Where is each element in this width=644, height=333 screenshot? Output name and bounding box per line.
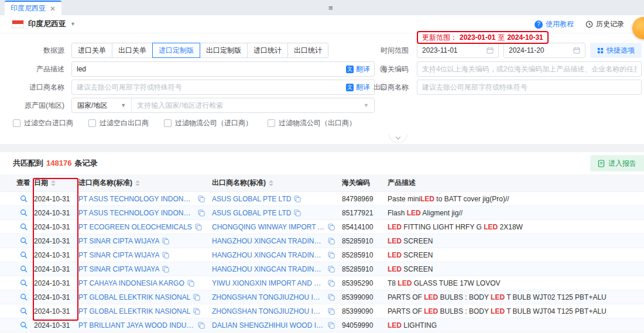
- copy-icon[interactable]: [193, 294, 200, 301]
- origin-combobox[interactable]: 国家/地区 ▼ 支持输入国家/地区进行检索 ▼: [71, 98, 375, 113]
- tutorial-link[interactable]: ? 使用教程: [535, 19, 574, 29]
- magnifier-icon[interactable]: [20, 195, 28, 202]
- importer-link[interactable]: PT CAHAYA INDONESIA KARGO: [78, 279, 184, 287]
- exporter-link[interactable]: HANGZHOU XINGCAN TRADING CO LTD: [212, 265, 325, 273]
- copy-icon[interactable]: [328, 252, 335, 259]
- filter-checkbox[interactable]: 过滤物流公司（进口商）: [164, 118, 252, 128]
- tab-list-icon[interactable]: ≡: [328, 4, 333, 12]
- exporter-link[interactable]: HANGZHOU XINGCAN TRADING CO LTD: [212, 237, 325, 245]
- exporter-input[interactable]: [417, 80, 642, 95]
- checkbox-icon[interactable]: [88, 119, 96, 127]
- importer-link[interactable]: PT SINAR CIPTA WIJAYA: [78, 251, 159, 259]
- copy-icon[interactable]: [198, 210, 205, 217]
- date-to-input[interactable]: 2024-11-20: [503, 43, 585, 58]
- tab-close-icon[interactable]: ✕: [50, 5, 56, 13]
- col-header-exporter[interactable]: 出口商名称(标准): [212, 178, 342, 188]
- exporter-link[interactable]: ASUS GLOBAL PTE LTD: [212, 195, 291, 203]
- copy-icon[interactable]: [162, 266, 169, 273]
- importer-link[interactable]: PT ASUS TECHNOLOGY INDONESIA BA...: [78, 209, 195, 217]
- collapse-panel-button[interactable]: [389, 134, 407, 143]
- date-from-input[interactable]: 2023-11-01: [417, 43, 499, 58]
- chevron-down-icon[interactable]: ▼: [70, 21, 76, 27]
- quick-options-button[interactable]: 快捷选项: [590, 43, 642, 58]
- source-tab[interactable]: 出口统计: [287, 43, 328, 58]
- history-label: 历史记录: [596, 19, 624, 29]
- exporter-link[interactable]: DALIAN SHENGZHIHUI WOOD INDUST...: [212, 321, 325, 329]
- importer-link[interactable]: PT SINAR CIPTA WIJAYA: [78, 237, 159, 245]
- copy-icon[interactable]: [328, 294, 335, 301]
- sort-icon[interactable]: [135, 180, 140, 186]
- sort-icon[interactable]: [51, 180, 56, 186]
- magnifier-icon[interactable]: [20, 223, 28, 231]
- filter-checkbox[interactable]: 过滤空白进口商: [13, 118, 73, 128]
- magnifier-icon[interactable]: [20, 307, 28, 315]
- checkbox-icon[interactable]: [268, 119, 275, 127]
- table-row: 2024-10-31PT CAHAYA INDONESIA KARGOYIWU …: [0, 276, 644, 290]
- source-tab[interactable]: 出口定制版: [200, 43, 248, 58]
- exporter-link[interactable]: YIWU XIONGXIN IMPORT AND EXPORT...: [212, 279, 325, 287]
- magnifier-icon[interactable]: [20, 251, 28, 259]
- magnifier-icon[interactable]: [20, 209, 28, 217]
- exporter-link[interactable]: ASUS GLOBAL PTE LTD: [212, 209, 291, 217]
- col-header-importer[interactable]: 进口商名称(标准): [78, 178, 212, 188]
- sort-icon[interactable]: [269, 180, 273, 186]
- data-source-tabs: 进口关单出口关单进口定制版出口定制版进口统计出口统计: [71, 43, 328, 58]
- copy-icon[interactable]: [195, 224, 202, 231]
- copy-icon[interactable]: [187, 280, 194, 287]
- source-tab[interactable]: 出口关单: [112, 43, 153, 58]
- source-tab[interactable]: 进口定制版: [152, 43, 200, 58]
- checkbox-icon[interactable]: [13, 119, 20, 127]
- magnifier-icon[interactable]: [20, 237, 28, 245]
- origin-type-select[interactable]: 国家/地区 ▼: [72, 98, 132, 112]
- filter-checkbox[interactable]: 过滤空白出口商: [88, 118, 149, 128]
- importer-link[interactable]: PT GLOBAL ELEKTRIK NASIONAL: [78, 307, 190, 315]
- importer-cell: PT ECOGREEN OLEOCHEMICALS: [78, 223, 212, 231]
- importer-link[interactable]: PT SINAR CIPTA WIJAYA: [78, 265, 159, 273]
- source-tab[interactable]: 进口统计: [247, 43, 288, 58]
- importer-link[interactable]: PT GLOBAL ELEKTRIK NASIONAL: [78, 293, 190, 301]
- exporter-link[interactable]: ZHONGSHAN TONGJIUZHOU INTERNA...: [212, 307, 325, 315]
- exporter-link[interactable]: CHONGQING WINWAY IMPORT AND E...: [212, 223, 325, 231]
- hs-code-cell: 85399090: [342, 293, 388, 301]
- copy-icon[interactable]: [162, 252, 169, 259]
- importer-link[interactable]: PT ECOGREEN OLEOCHEMICALS: [78, 223, 192, 231]
- enter-report-button[interactable]: 进入报告: [590, 155, 644, 171]
- importer-link[interactable]: PT BRILLIANT JAYA WOOD INDUSTRY: [78, 321, 195, 329]
- copy-icon[interactable]: [198, 195, 205, 202]
- exporter-cell: ZHONGSHAN TONGJIUZHOU INTERNA...: [212, 307, 342, 315]
- tab-indonesia[interactable]: 印度尼西亚 ✕: [5, 1, 61, 15]
- copy-icon[interactable]: [294, 195, 301, 202]
- exporter-link[interactable]: ZHONGSHAN TONGJIUZHOU INTERNA...: [212, 293, 325, 301]
- update-range-label: 更新范围：: [422, 33, 457, 43]
- exporter-link[interactable]: HANGZHOU XINGCAN TRADING CO LTD: [212, 251, 325, 259]
- tutorial-label: 使用教程: [546, 19, 574, 29]
- country-selector-label[interactable]: 印度尼西亚: [28, 19, 66, 29]
- col-header-date[interactable]: 日期: [34, 178, 78, 188]
- copy-icon[interactable]: [294, 210, 301, 217]
- copy-icon[interactable]: [328, 280, 335, 287]
- checkbox-icon[interactable]: [164, 119, 172, 127]
- copy-icon[interactable]: [328, 266, 335, 273]
- copy-icon[interactable]: [328, 238, 335, 245]
- copy-icon[interactable]: [198, 322, 205, 329]
- source-tab[interactable]: 进口关单: [71, 43, 112, 58]
- magnifier-icon[interactable]: [20, 293, 28, 301]
- copy-icon[interactable]: [328, 224, 335, 231]
- product-desc-label: 产品描述: [0, 61, 64, 77]
- magnifier-icon[interactable]: [20, 321, 28, 329]
- copy-icon[interactable]: [328, 322, 335, 329]
- checkbox-label: 过滤物流公司（进口商）: [175, 118, 252, 128]
- copy-icon[interactable]: [162, 238, 169, 245]
- chevron-down-icon[interactable]: ▼: [364, 102, 374, 108]
- copy-icon[interactable]: [193, 308, 200, 315]
- view-cell: [13, 307, 34, 315]
- magnifier-icon[interactable]: [20, 265, 28, 273]
- importer-link[interactable]: PT ASUS TECHNOLOGY INDONESIA BA...: [78, 195, 195, 203]
- hs-code-input[interactable]: [417, 61, 642, 77]
- importer-cell: PT GLOBAL ELEKTRIK NASIONAL: [78, 293, 212, 301]
- magnifier-icon[interactable]: [20, 279, 28, 287]
- copy-icon[interactable]: [328, 308, 335, 315]
- history-link[interactable]: 历史记录: [585, 19, 624, 29]
- filter-checkbox[interactable]: 过滤物流公司（出口商）: [268, 118, 356, 128]
- origin-type-value: 国家/地区: [77, 101, 107, 111]
